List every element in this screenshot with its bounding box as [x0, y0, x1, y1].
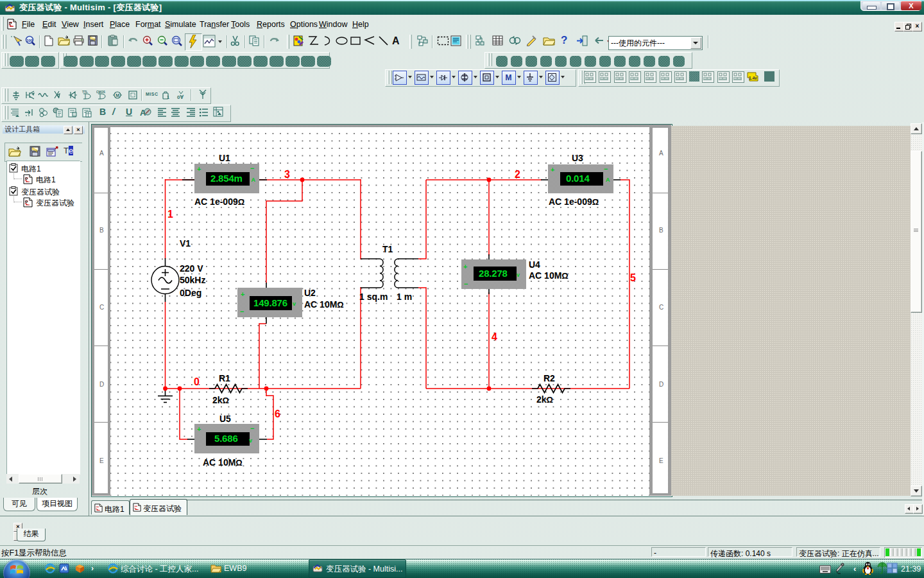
svg-text:A: A — [606, 177, 610, 183]
svg-text:AC 10MΩ: AC 10MΩ — [203, 457, 243, 468]
svg-text:U5: U5 — [219, 414, 231, 424]
svg-text:0Deg: 0Deg — [180, 288, 201, 298]
svg-text:1 sq.m: 1 sq.m — [359, 292, 388, 302]
svg-text:1: 1 — [167, 209, 173, 220]
svg-text:AC 10MΩ: AC 10MΩ — [529, 270, 569, 281]
svg-text:+: + — [197, 165, 201, 173]
svg-text:AC 1e-009Ω: AC 1e-009Ω — [549, 197, 599, 207]
svg-text:−: − — [464, 280, 468, 288]
svg-text:2: 2 — [515, 169, 520, 180]
svg-text:1 m: 1 m — [397, 292, 412, 302]
svg-text:−: − — [240, 308, 244, 315]
svg-text:R2: R2 — [543, 373, 555, 383]
svg-text:2kΩ: 2kΩ — [536, 394, 553, 405]
svg-text:2.854m: 2.854m — [210, 173, 243, 184]
svg-text:6: 6 — [275, 408, 280, 419]
svg-text:U1: U1 — [219, 153, 230, 163]
svg-text:5: 5 — [630, 272, 636, 283]
svg-text:4: 4 — [492, 331, 497, 342]
svg-text:v: v — [249, 437, 252, 444]
svg-text:+: + — [197, 425, 201, 433]
svg-text:U3: U3 — [572, 153, 583, 163]
svg-text:−: − — [604, 165, 608, 173]
svg-text:U4: U4 — [529, 259, 540, 270]
svg-text:28.278: 28.278 — [479, 268, 508, 279]
svg-text:A: A — [252, 177, 256, 183]
svg-text:2kΩ: 2kΩ — [212, 395, 229, 405]
svg-text:U2: U2 — [304, 288, 316, 298]
svg-text:0: 0 — [194, 376, 200, 387]
svg-text:5.686: 5.686 — [214, 433, 238, 444]
svg-text:0.014: 0.014 — [566, 173, 590, 184]
svg-text:v: v — [293, 301, 296, 307]
svg-text:AC 10MΩ: AC 10MΩ — [304, 299, 344, 310]
svg-text:v: v — [517, 272, 520, 278]
svg-text:+: + — [551, 166, 554, 173]
svg-text:AC 1e-009Ω: AC 1e-009Ω — [194, 197, 244, 207]
svg-text:+: + — [241, 290, 244, 298]
svg-text:220 V: 220 V — [180, 263, 203, 274]
svg-text:R1: R1 — [219, 373, 230, 383]
svg-text:3: 3 — [284, 169, 290, 180]
svg-text:−: − — [250, 425, 254, 432]
svg-text:−: − — [250, 164, 254, 172]
svg-text:149.876: 149.876 — [253, 297, 287, 308]
svg-text:+: + — [463, 263, 467, 270]
svg-text:50kHz: 50kHz — [180, 275, 205, 285]
svg-text:T1: T1 — [382, 244, 393, 254]
svg-text:V1: V1 — [180, 238, 191, 249]
